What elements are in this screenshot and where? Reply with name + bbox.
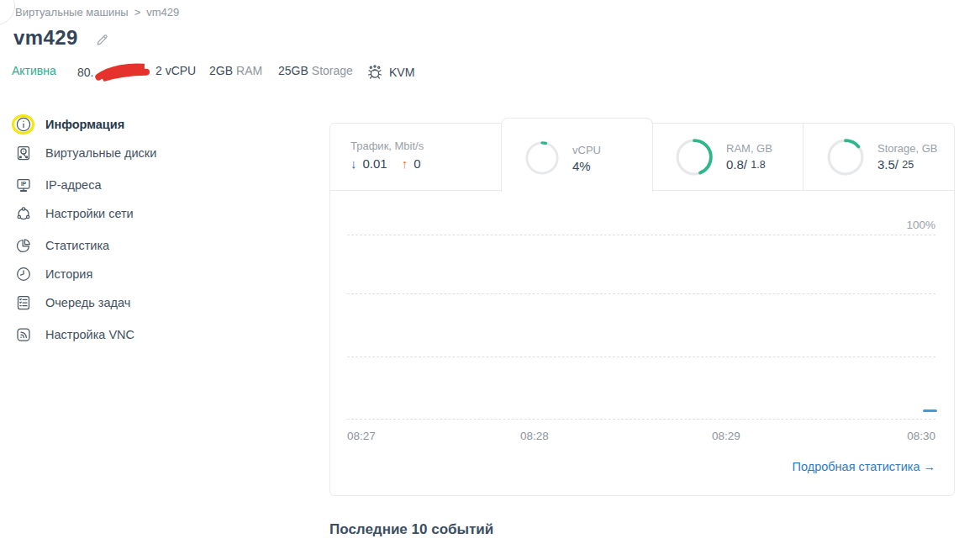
sidebar-item-ip-addresses[interactable]: IP IP-адреса (12, 175, 289, 195)
ram-donut-gauge (675, 138, 714, 177)
sidebar-item-vnc-settings[interactable]: Настройка VNC (12, 325, 289, 345)
traffic-upload-value: 0 (414, 156, 420, 171)
pencil-icon (95, 33, 109, 47)
vcpu-value: 4% (572, 159, 601, 173)
gridline-33 (347, 357, 935, 357)
status-badge: Активна (12, 64, 56, 77)
storage-label: Storage, GB (877, 142, 938, 155)
detailed-statistics-link[interactable]: Подробная статистика → (793, 460, 935, 473)
breadcrumb-item-current: vm429 (146, 6, 179, 18)
tab-traffic[interactable]: Трафик, Mbit/s ↓ 0.01 ↑ 0 (330, 124, 502, 191)
network-icon (15, 205, 32, 222)
spec-storage: 25GBStorage (278, 64, 353, 77)
metric-tabs: Трафик, Mbit/s ↓ 0.01 ↑ 0 vCPU 4% (330, 124, 954, 191)
virtualization-type: KVM (366, 64, 414, 81)
x-tick-0827: 08:27 (347, 430, 376, 442)
svg-text:IP: IP (20, 181, 26, 187)
x-tick-0828: 08:28 (520, 430, 549, 442)
x-tick-0830: 08:30 (907, 430, 935, 442)
usage-chart: 100% 08:27 08:28 08:29 08:30 Подробная с… (330, 191, 954, 495)
sidebar-group-info: Информация Виртуальные диски (12, 114, 289, 163)
traffic-download-value: 0.01 (363, 156, 387, 171)
gridline-100 (347, 235, 935, 235)
ip-prefix: 80. (77, 66, 93, 79)
sidebar-item-statistics[interactable]: Статистика (12, 235, 289, 256)
sidebar-item-virtual-disks[interactable]: Виртуальные диски (12, 143, 289, 163)
vnc-icon (15, 326, 32, 343)
sidebar-item-network-settings[interactable]: Настройки сети (12, 203, 289, 224)
sidebar-nav: Информация Виртуальные диски (12, 114, 289, 357)
active-highlight-ring (12, 114, 34, 135)
sidebar-group-network: IP IP-адреса Настройки сети (12, 175, 289, 224)
breadcrumb-item-virtual-machines[interactable]: Виртуальные машины (15, 6, 129, 18)
spec-vcpu: 2 vCPU (155, 64, 196, 77)
y-axis-100-label: 100% (906, 219, 935, 231)
storage-donut-gauge (826, 138, 865, 177)
breadcrumb: Виртуальные машины > vm429 (15, 6, 179, 18)
vm-dashboard-page: Виртуальные машины > vm429 vm429 Активна… (0, 0, 980, 544)
tab-ram[interactable]: RAM, GB 0.8/ 1.8 (652, 124, 803, 191)
disk-icon (15, 145, 32, 161)
vcpu-series-segment (923, 409, 937, 412)
redaction-scribble (94, 61, 154, 83)
sidebar-item-information[interactable]: Информация (12, 114, 289, 135)
ip-icon: IP (15, 177, 32, 193)
vcpu-label: vCPU (572, 144, 601, 156)
clock-icon (15, 266, 32, 283)
sidebar-group-monitoring: Статистика История (12, 235, 289, 313)
tab-vcpu[interactable]: vCPU 4% (501, 118, 653, 192)
page-title: vm429 (13, 26, 78, 50)
upload-arrow-icon: ↑ (402, 156, 408, 171)
kvm-label: KVM (389, 66, 414, 79)
traffic-label: Трафик, Mbit/s (350, 140, 501, 152)
ip-address: 80. (77, 64, 153, 81)
ram-label: RAM, GB (726, 142, 772, 155)
task-list-icon (15, 294, 32, 311)
sidebar-group-vnc: Настройка VNC (12, 325, 289, 345)
events-heading: Последние 10 событий (329, 521, 493, 538)
spec-ram: 2GBRAM (209, 64, 262, 77)
monitoring-card: Трафик, Mbit/s ↓ 0.01 ↑ 0 vCPU 4% (329, 123, 955, 496)
gridline-66 (347, 293, 935, 294)
ram-value: 0.8/ 1.8 (726, 157, 772, 172)
breadcrumb-separator: > (134, 6, 141, 18)
gridline-0 (347, 419, 935, 420)
back-button[interactable] (0, 0, 15, 25)
pie-chart-icon (15, 237, 32, 254)
download-arrow-icon: ↓ (350, 156, 357, 171)
sidebar-item-task-queue[interactable]: Очередь задач (12, 293, 289, 313)
edit-name-button[interactable] (95, 33, 109, 50)
kvm-icon (366, 64, 383, 81)
storage-value: 3.5/ 25 (877, 157, 938, 172)
vcpu-donut-gauge (524, 140, 560, 176)
x-tick-0829: 08:29 (712, 430, 740, 442)
info-icon (16, 117, 31, 132)
tab-storage[interactable]: Storage, GB 3.5/ 25 (803, 124, 954, 191)
sidebar-item-history[interactable]: История (12, 264, 289, 284)
